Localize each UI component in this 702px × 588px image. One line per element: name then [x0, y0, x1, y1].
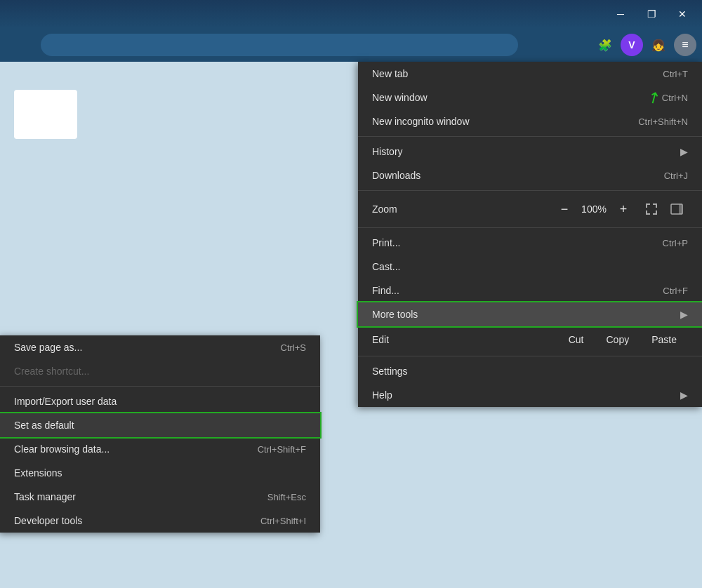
separator-1	[358, 136, 702, 137]
toolbar-icons: 🧩 V 👧 ≡	[594, 34, 696, 56]
address-bar[interactable]	[41, 34, 518, 56]
save-page-label: Save page as...	[14, 342, 267, 353]
help-label: Help	[372, 389, 680, 401]
zoom-row: Zoom − 100% +	[358, 194, 702, 225]
close-button[interactable]: ✕	[668, 3, 696, 25]
separator-2	[358, 190, 702, 191]
sub-item-save-page[interactable]: Save page as... Ctrl+S	[0, 335, 320, 359]
svg-rect-1	[646, 203, 647, 208]
sub-item-clear-browsing[interactable]: Clear browsing data... Ctrl+Shift+F	[0, 437, 320, 461]
new-tab-label: New tab	[372, 68, 649, 79]
zoom-value: 100%	[576, 203, 612, 215]
new-window-shortcut: Ctrl+N	[662, 93, 688, 103]
print-label: Print...	[372, 237, 649, 248]
page-content: New tab Ctrl+T New window Ctrl+N ↗ New i…	[0, 62, 702, 588]
clear-browsing-label: Clear browsing data...	[14, 443, 244, 455]
separator-4	[358, 356, 702, 356]
menu-item-help[interactable]: Help ▶	[358, 383, 702, 407]
zoom-plus-button[interactable]: +	[612, 198, 635, 220]
save-page-shortcut: Ctrl+S	[281, 342, 306, 353]
cast-label: Cast...	[372, 261, 688, 272]
menu-item-new-window[interactable]: New window Ctrl+N ↗	[358, 86, 702, 109]
history-label: History	[372, 146, 680, 157]
copy-button[interactable]: Copy	[595, 330, 641, 349]
svg-rect-7	[656, 211, 657, 215]
menu-item-print[interactable]: Print... Ctrl+P	[358, 231, 702, 255]
extensions-icon[interactable]: 🧩	[594, 34, 616, 56]
edit-row: Edit Cut Copy Paste	[358, 326, 702, 353]
incognito-label: New incognito window	[372, 116, 624, 127]
developer-tools-label: Developer tools	[14, 515, 246, 526]
sub-item-set-default[interactable]: Set as default	[0, 413, 320, 437]
browser-toolbar: 🧩 V 👧 ≡	[0, 28, 702, 62]
menu-item-settings[interactable]: Settings	[358, 359, 702, 383]
zoom-label: Zoom	[372, 203, 553, 215]
task-manager-shortcut: Shift+Esc	[267, 492, 306, 502]
svg-rect-5	[646, 211, 647, 215]
paste-button[interactable]: Paste	[640, 330, 688, 349]
menu-item-more-tools[interactable]: More tools ▶	[358, 302, 702, 326]
sub-item-task-manager[interactable]: Task manager Shift+Esc	[0, 485, 320, 509]
edit-label: Edit	[372, 334, 557, 345]
import-export-label: Import/Export user data	[14, 396, 306, 407]
sub-separator-1	[0, 386, 320, 387]
main-dropdown-menu: New tab Ctrl+T New window Ctrl+N ↗ New i…	[358, 62, 702, 407]
page-card	[14, 90, 77, 139]
find-shortcut: Ctrl+F	[663, 286, 688, 296]
svg-rect-3	[656, 203, 657, 208]
sub-item-create-shortcut: Create shortcut...	[0, 359, 320, 383]
title-bar: ─ ❐ ✕	[0, 0, 702, 28]
submenu-more-tools: Save page as... Ctrl+S Create shortcut..…	[0, 335, 320, 533]
developer-tools-shortcut: Ctrl+Shift+I	[260, 516, 306, 526]
task-manager-label: Task manager	[14, 491, 253, 502]
sub-item-developer-tools[interactable]: Developer tools Ctrl+Shift+I	[0, 509, 320, 533]
svg-rect-9	[679, 204, 682, 214]
incognito-shortcut: Ctrl+Shift+N	[638, 116, 688, 127]
help-arrow: ▶	[680, 389, 688, 401]
menu-button[interactable]: ≡	[674, 34, 696, 56]
extensions-label: Extensions	[14, 467, 306, 479]
sub-item-extensions[interactable]: Extensions	[0, 461, 320, 485]
zoom-minus-button[interactable]: −	[553, 198, 576, 220]
set-default-label: Set as default	[14, 420, 306, 431]
menu-item-history[interactable]: History ▶	[358, 140, 702, 163]
v-extension-icon[interactable]: V	[621, 34, 643, 56]
print-shortcut: Ctrl+P	[663, 238, 688, 248]
window-controls: ─ ❐ ✕	[607, 3, 696, 25]
downloads-label: Downloads	[372, 170, 650, 181]
menu-item-new-tab[interactable]: New tab Ctrl+T	[358, 62, 702, 86]
new-window-label: New window	[372, 92, 648, 103]
sub-item-import-export[interactable]: Import/Export user data	[0, 389, 320, 413]
create-shortcut-label: Create shortcut...	[14, 366, 306, 377]
restore-button[interactable]: ❐	[637, 3, 665, 25]
menu-item-find[interactable]: Find... Ctrl+F	[358, 279, 702, 302]
menu-item-incognito[interactable]: New incognito window Ctrl+Shift+N	[358, 109, 702, 133]
profile-icon[interactable]: 👧	[647, 34, 670, 56]
zoom-fullscreen-button[interactable]	[640, 198, 663, 220]
zoom-sidebar-toggle-button[interactable]	[665, 198, 688, 220]
clear-browsing-shortcut: Ctrl+Shift+F	[258, 444, 306, 455]
downloads-shortcut: Ctrl+J	[664, 171, 688, 181]
menu-item-downloads[interactable]: Downloads Ctrl+J	[358, 163, 702, 187]
new-tab-shortcut: Ctrl+T	[663, 69, 688, 79]
find-label: Find...	[372, 285, 649, 296]
minimize-button[interactable]: ─	[607, 3, 635, 25]
more-tools-arrow: ▶	[680, 309, 688, 320]
cut-button[interactable]: Cut	[557, 330, 595, 349]
settings-label: Settings	[372, 366, 688, 377]
history-arrow: ▶	[680, 146, 688, 157]
menu-item-cast[interactable]: Cast...	[358, 255, 702, 279]
separator-3	[358, 227, 702, 228]
green-arrow-annotation: ↗	[644, 86, 664, 109]
more-tools-label: More tools	[372, 309, 680, 320]
